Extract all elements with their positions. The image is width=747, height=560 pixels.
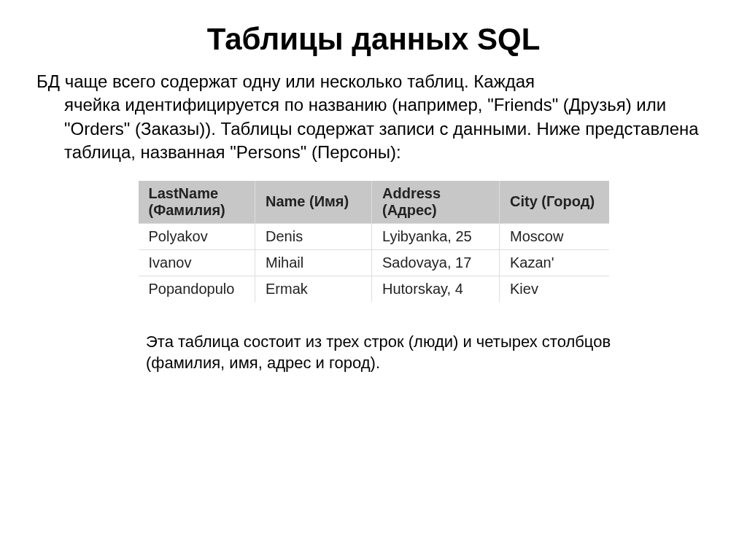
intro-rest: ячейка идентифицируется по названию (нап… [36,93,711,164]
cell-address: Sadovaya, 17 [372,249,500,276]
header-lastname-line1: LastName [149,185,245,202]
header-lastname-line2: (Фамилия) [149,202,245,219]
cell-lastname: Ivanov [139,249,255,276]
header-address-line1: Address [382,185,489,202]
header-name: Name (Имя) [255,181,372,224]
cell-address: Lyibyanka, 25 [372,223,500,249]
header-city-line1: City (Город) [510,193,599,210]
cell-city: Kazan' [500,249,609,276]
persons-table: LastName (Фамилия) Name (Имя) Address (А… [139,181,609,302]
cell-lastname: Popandopulo [139,276,255,302]
cell-lastname: Polyakov [139,223,255,249]
header-name-line1: Name (Имя) [266,193,361,210]
header-address-line2: (Адрес) [382,202,489,219]
header-lastname: LastName (Фамилия) [139,181,255,224]
table-row: Popandopulo Ermak Hutorskay, 4 Kiev [139,276,609,302]
table-container: LastName (Фамилия) Name (Имя) Address (А… [36,181,711,302]
cell-name: Mihail [255,249,372,276]
cell-address: Hutorskay, 4 [372,276,500,302]
intro-paragraph: БД чаще всего содержат одну или нескольк… [36,70,711,165]
cell-name: Denis [255,223,372,249]
table-row: Polyakov Denis Lyibyanka, 25 Moscow [139,223,609,249]
intro-first-line: БД чаще всего содержат одну или нескольк… [36,70,711,93]
cell-city: Kiev [500,276,609,302]
page-title: Таблицы данных SQL [36,22,711,57]
table-header-row: LastName (Фамилия) Name (Имя) Address (А… [139,181,609,224]
cell-name: Ermak [255,276,372,302]
header-city: City (Город) [500,181,609,224]
footer-note: Эта таблица состоит из трех строк (люди)… [36,331,711,374]
header-address: Address (Адрес) [372,181,500,224]
table-row: Ivanov Mihail Sadovaya, 17 Kazan' [139,249,609,276]
cell-city: Moscow [500,223,609,249]
